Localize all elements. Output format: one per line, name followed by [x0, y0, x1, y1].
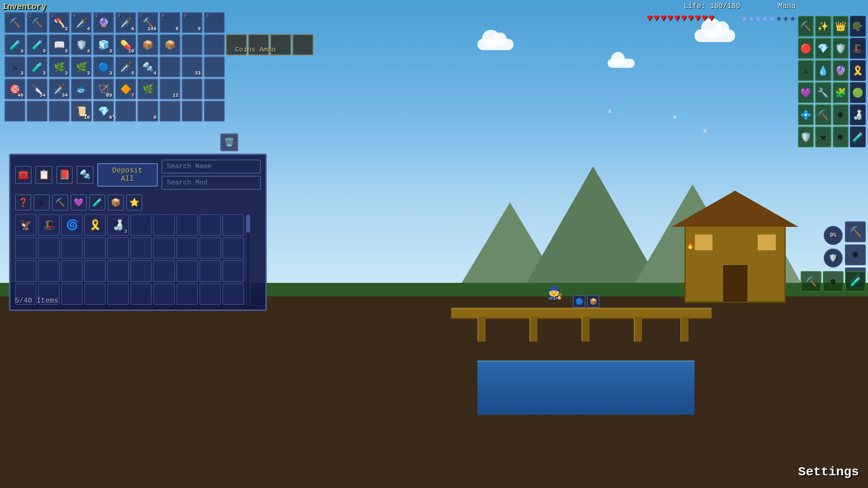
chest-slot[interactable]: 🌀	[61, 214, 83, 236]
equip-slot[interactable]: ⚒️	[815, 127, 831, 147]
inv-slot[interactable]: 📖3	[49, 34, 70, 55]
inv-slot-6[interactable]: 6🗡️6	[115, 12, 136, 33]
inv-slot[interactable]: 6	[137, 101, 158, 122]
equip-slot[interactable]: 🛡️	[833, 38, 849, 59]
equip-slot[interactable]: ⚔️	[798, 60, 814, 81]
chest-slot[interactable]	[61, 237, 83, 259]
chest-slot[interactable]	[130, 260, 152, 282]
filter-armor[interactable]: 💜	[71, 194, 87, 211]
social-slot[interactable]: 🎗️	[850, 60, 866, 81]
inv-slot[interactable]: 🌿	[137, 79, 158, 99]
inv-slot[interactable]: 🔩4	[137, 56, 158, 77]
chest-slot[interactable]	[176, 260, 198, 282]
equip-slot[interactable]: 🔧	[815, 82, 831, 103]
chest-scrollbar[interactable]	[246, 214, 250, 305]
chest-icon-slot-3[interactable]: 📕	[56, 166, 73, 184]
chest-icon-slot-1[interactable]: 🧰	[15, 166, 32, 184]
equip-slot[interactable]: ❄️	[833, 127, 849, 147]
inv-slot[interactable]	[182, 101, 203, 122]
deposit-all-button[interactable]: Deposit All	[97, 163, 158, 187]
inv-slot[interactable]	[204, 101, 225, 122]
chest-slot[interactable]	[153, 214, 175, 236]
chest-icon-slot-4[interactable]: 🔩	[76, 166, 93, 184]
equip-slot[interactable]: 💧	[815, 60, 831, 81]
inv-slot[interactable]: 🏹89	[93, 79, 114, 99]
inv-slot[interactable]: 💎6	[93, 101, 114, 122]
chest-slot[interactable]	[153, 237, 175, 259]
inv-slot[interactable]: 🧊3	[93, 34, 114, 55]
scrollbar-thumb[interactable]	[246, 215, 250, 233]
inv-slot[interactable]: 🔶7	[115, 79, 136, 99]
chest-slot[interactable]	[84, 260, 106, 282]
search-mod-input[interactable]	[161, 176, 261, 190]
filter-weapons[interactable]: ⚔️	[33, 194, 50, 211]
equip-slot[interactable]: 🧩	[833, 82, 849, 103]
inv-slot[interactable]: 🛡️3	[71, 34, 92, 55]
equip-slot[interactable]: ❄️	[823, 271, 844, 292]
chest-slot[interactable]	[153, 260, 175, 282]
inv-slot-2[interactable]: 2⛏️	[27, 12, 47, 33]
inv-slot[interactable]	[27, 101, 47, 122]
inv-slot[interactable]: 🌿3	[71, 56, 92, 77]
chest-slot[interactable]	[199, 283, 221, 305]
chest-slot[interactable]	[130, 237, 152, 259]
inv-slot-7[interactable]: 7🔨146	[137, 12, 158, 33]
social-slot[interactable]: 🍶	[850, 104, 866, 125]
equip-slot[interactable]: ⛏️	[815, 104, 831, 125]
inv-slot[interactable]: 🐟	[71, 79, 92, 99]
equip-slot[interactable]: 💜	[798, 82, 814, 103]
equip-slot[interactable]: 💎	[815, 38, 831, 59]
chest-slot[interactable]	[107, 237, 129, 259]
inv-slot[interactable]: ⚔️3	[5, 56, 25, 77]
chest-slot[interactable]	[153, 283, 175, 305]
helmet-slot[interactable]: ⛏️	[798, 16, 814, 37]
inv-slot-8[interactable]: 88	[160, 12, 180, 33]
inv-slot[interactable]: 🧪3	[27, 34, 47, 55]
inv-slot[interactable]: 🎯46	[5, 79, 25, 99]
inv-slot[interactable]: 12	[160, 79, 180, 99]
inv-slot[interactable]	[5, 101, 25, 122]
inv-slot-0[interactable]: 0	[204, 12, 225, 33]
chest-slot[interactable]	[222, 260, 244, 282]
chest-slot[interactable]: 🎩	[38, 214, 60, 236]
ammo-slot[interactable]	[292, 34, 313, 55]
chest-slot[interactable]	[61, 260, 83, 282]
chest-slot[interactable]: 🍶3	[107, 214, 129, 236]
buff-slot[interactable]: ❄️	[845, 244, 866, 265]
chest-slot[interactable]: 🦅	[15, 214, 37, 236]
equip-slot[interactable]: 🧪	[845, 271, 866, 292]
inv-slot[interactable]: 💊10	[115, 34, 136, 55]
filter-materials[interactable]: 📦	[108, 194, 124, 211]
filter-favorites[interactable]: ⭐	[126, 194, 142, 211]
inv-slot[interactable]	[182, 34, 203, 55]
inv-slot[interactable]	[160, 101, 180, 122]
inv-slot[interactable]: 🧪3	[5, 34, 25, 55]
chest-slot[interactable]	[61, 283, 83, 305]
chest-slot[interactable]	[199, 214, 221, 236]
buff-slot[interactable]: ⛏️	[845, 221, 866, 242]
inv-slot[interactable]	[204, 34, 225, 55]
chest-slot[interactable]	[176, 214, 198, 236]
inv-slot-4[interactable]: 4🗡️4	[71, 12, 92, 33]
social-slot[interactable]: 🧪	[850, 127, 866, 147]
filter-all[interactable]: ❓	[15, 194, 31, 211]
inv-slot-1[interactable]: 1⛏️	[5, 12, 25, 33]
inv-slot[interactable]	[204, 56, 225, 77]
equip-slot[interactable]: ❄️	[833, 104, 849, 125]
chest-slot[interactable]	[130, 214, 152, 236]
chest-slot[interactable]	[222, 283, 244, 305]
equip-slot[interactable]: 🛡️	[798, 127, 814, 147]
chest-slot[interactable]	[130, 283, 152, 305]
chest-slot[interactable]	[38, 237, 60, 259]
equip-slot[interactable]: 🔴	[798, 38, 814, 59]
chest-slot[interactable]	[38, 260, 60, 282]
inv-slot[interactable]: 🔵3	[93, 56, 114, 77]
chest-slot[interactable]	[199, 237, 221, 259]
inv-slot[interactable]: 📦	[160, 34, 180, 55]
chest-slot[interactable]	[107, 283, 129, 305]
social-helmet-slot[interactable]: 🪖	[850, 16, 866, 37]
social-slot[interactable]: 🟢	[850, 82, 866, 103]
inv-slot[interactable]	[204, 79, 225, 99]
settings-button[interactable]: Settings	[798, 465, 859, 479]
inv-slot[interactable]: 🗡️34	[49, 79, 70, 99]
